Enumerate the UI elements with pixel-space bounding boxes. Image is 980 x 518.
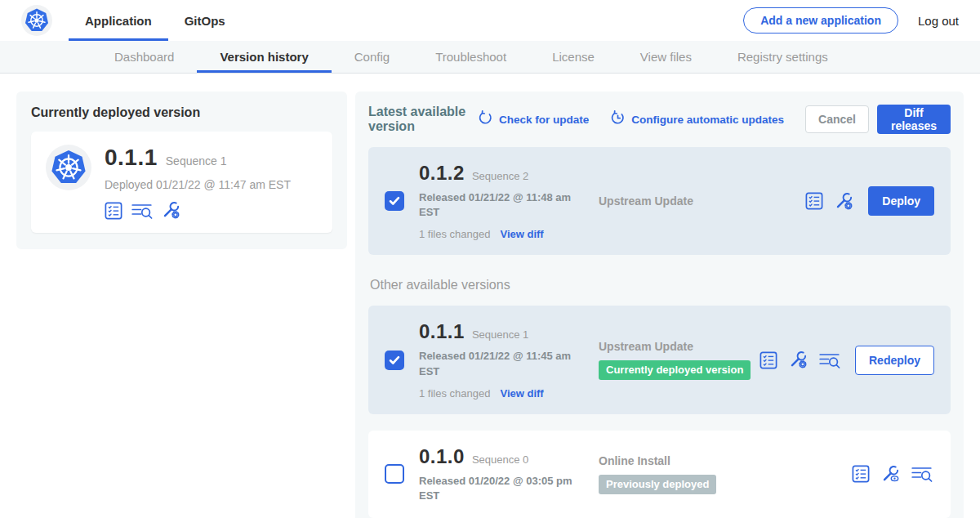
view-diff-link[interactable]: View diff [500, 228, 543, 240]
version-sequence: Sequence 0 [472, 453, 528, 466]
other-available-versions-title: Other available versions [370, 278, 949, 292]
version-action-icons [805, 192, 853, 211]
version-action-icons [760, 351, 840, 369]
version-checkbox-0-1-1[interactable] [385, 351, 404, 370]
previously-deployed-badge: Previously deployed [599, 475, 716, 494]
files-changed-line: 1 files changedView diff [419, 387, 576, 400]
deployed-timestamp: Deployed 01/21/22 @ 11:47 am EST [105, 178, 291, 191]
deploy-logs-icon[interactable] [911, 465, 933, 483]
deploy-logs-icon[interactable] [819, 351, 840, 369]
deployed-sequence: Sequence 1 [166, 154, 227, 167]
deploy-logs-icon[interactable] [131, 202, 153, 220]
subnav-item-version-history[interactable]: Version history [197, 41, 331, 73]
version-checkbox-0-1-0[interactable] [385, 464, 404, 484]
version-sequence: Sequence 1 [472, 328, 528, 341]
subnav-item-config[interactable]: Config [332, 41, 412, 73]
version-number: 0.1.2 [419, 162, 465, 185]
tab-gitops[interactable]: GitOps [168, 0, 242, 41]
edit-config-icon[interactable] [789, 351, 808, 369]
kubernetes-app-icon [46, 145, 91, 190]
files-changed-line: 1 files changedView diff [419, 228, 576, 240]
check-icon [389, 355, 400, 366]
version-history-panel: Latest available version Check for updat… [355, 92, 964, 518]
subnav-item-registry-settings[interactable]: Registry settings [715, 41, 851, 73]
configure-automatic-updates-label: Configure automatic updates [631, 114, 784, 126]
latest-available-title: Latest available version [368, 105, 466, 134]
version-source: Upstream Update [599, 340, 760, 353]
deployed-version-number: 0.1.1 [105, 145, 158, 171]
currently-deployed-panel: Currently deployed version [16, 92, 347, 249]
preflight-checks-icon[interactable] [852, 465, 870, 483]
version-sequence: Sequence 2 [472, 170, 528, 182]
app-mode-tabs: Application GitOps [69, 0, 242, 41]
version-info: 0.1.2 Sequence 2 Released 01/21/22 @ 11:… [419, 162, 576, 240]
preflight-checks-icon[interactable] [760, 351, 777, 369]
deployed-version-info: 0.1.1 Sequence 1 Deployed 01/21/22 @ 11:… [105, 145, 291, 220]
version-number: 0.1.0 [419, 445, 465, 468]
version-source-col: Upstream Update [599, 194, 805, 208]
cancel-button[interactable]: Cancel [805, 105, 869, 133]
version-row-0-1-2: 0.1.2 Sequence 2 Released 01/21/22 @ 11:… [368, 147, 951, 255]
version-info: 0.1.0 Sequence 0 Released 01/20/22 @ 03:… [419, 445, 576, 503]
version-info: 0.1.1 Sequence 1 Released 01/21/22 @ 11:… [419, 320, 576, 399]
released-timestamp: Released 01/21/22 @ 11:48 am EST [419, 190, 576, 220]
main-content: Currently deployed version [0, 74, 980, 518]
version-source: Online Install [599, 454, 852, 467]
kubernetes-logo-icon[interactable] [21, 5, 52, 36]
tab-application-label: Application [85, 14, 152, 28]
add-new-application-button[interactable]: Add a new application [743, 7, 898, 33]
subnav-item-dashboard[interactable]: Dashboard [91, 41, 197, 73]
currently-deployed-card: 0.1.1 Sequence 1 Deployed 01/21/22 @ 11:… [31, 132, 332, 233]
topnav-right: Add a new application Log out [743, 7, 959, 33]
latest-available-header: Latest available version Check for updat… [368, 105, 951, 134]
edit-config-icon[interactable] [835, 192, 853, 211]
logout-link[interactable]: Log out [918, 14, 959, 28]
check-icon [389, 195, 400, 207]
tab-gitops-label: GitOps [185, 14, 225, 28]
refresh-icon [478, 110, 493, 128]
files-changed: 1 files changed [419, 387, 490, 400]
files-changed: 1 files changed [419, 228, 490, 240]
diff-releases-button[interactable]: Diff releases [877, 105, 951, 134]
version-number: 0.1.1 [419, 320, 465, 343]
currently-deployed-badge: Currently deployed version [599, 360, 751, 380]
version-checkbox-0-1-2[interactable] [385, 191, 404, 211]
deployed-action-icons [105, 201, 291, 220]
tab-application[interactable]: Application [69, 0, 168, 41]
view-config-icon[interactable] [881, 465, 900, 484]
version-source: Upstream Update [599, 194, 805, 208]
released-timestamp: Released 01/21/22 @ 11:45 am EST [419, 349, 576, 378]
kots-admin-console: Application GitOps Add a new application… [0, 0, 980, 518]
subnav-item-troubleshoot[interactable]: Troubleshoot [412, 41, 529, 73]
edit-config-icon[interactable] [162, 201, 180, 220]
preflight-checks-icon[interactable] [805, 192, 823, 210]
version-source-col: Upstream Update Currently deployed versi… [599, 340, 760, 380]
auto-update-clock-icon [610, 110, 626, 128]
top-navbar: Application GitOps Add a new application… [0, 0, 980, 41]
check-for-update-label: Check for update [499, 114, 589, 126]
version-action-icons [852, 465, 933, 484]
redeploy-button[interactable]: Redeploy [855, 346, 934, 375]
released-timestamp: Released 01/20/22 @ 03:05 pm EST [419, 474, 576, 503]
version-source-col: Online Install Previously deployed [599, 454, 852, 494]
configure-automatic-updates-link[interactable]: Configure automatic updates [610, 110, 784, 128]
app-subnav: Dashboard Version history Config Trouble… [0, 41, 980, 74]
view-diff-link[interactable]: View diff [500, 387, 543, 400]
check-for-update-link[interactable]: Check for update [478, 110, 589, 128]
preflight-checks-icon[interactable] [105, 202, 122, 220]
deploy-button[interactable]: Deploy [868, 186, 934, 216]
version-row-0-1-0: 0.1.0 Sequence 0 Released 01/20/22 @ 03:… [368, 431, 951, 518]
version-row-0-1-1: 0.1.1 Sequence 1 Released 01/21/22 @ 11:… [368, 306, 951, 413]
subnav-item-view-files[interactable]: View files [617, 41, 715, 73]
subnav-item-license[interactable]: License [529, 41, 617, 73]
currently-deployed-title: Currently deployed version [31, 105, 332, 120]
